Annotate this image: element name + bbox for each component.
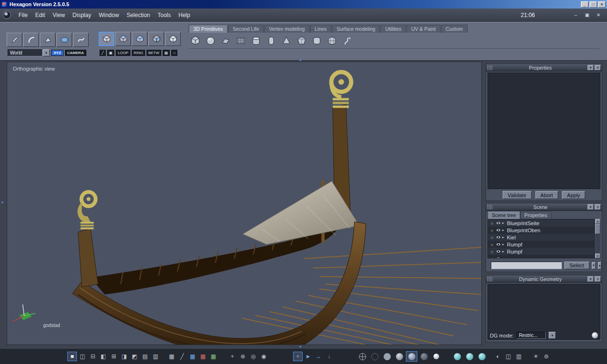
minimize-button[interactable]: _ <box>581 1 589 8</box>
arc-tool-button[interactable] <box>23 33 39 47</box>
primitive-geosphere-button[interactable] <box>325 34 339 47</box>
primitive-cylinder-button[interactable] <box>249 34 263 47</box>
ellipse-tool-button[interactable] <box>56 33 72 47</box>
primitive-grid-button[interactable] <box>234 34 248 47</box>
soft-selection-button[interactable] <box>451 351 463 362</box>
scene-collapse-button[interactable]: ▼ <box>588 204 594 210</box>
select-object-mode-button[interactable] <box>99 32 114 46</box>
splitter-top-handle[interactable]: ▼ <box>299 59 302 62</box>
lamp-icon[interactable]: ☼ <box>490 235 495 240</box>
scene-tree-list[interactable]: ☼ ▸ BlueprintSeite ☼ ▸ BlueprintOben ☼ ▸… <box>487 219 595 258</box>
dg-close-button[interactable]: ✕ <box>595 276 601 282</box>
properties-collapse-button[interactable]: ▼ <box>588 65 594 71</box>
panel-grip-icon[interactable] <box>487 65 493 70</box>
panel-grip-icon[interactable] <box>487 277 493 282</box>
properties-panel-header[interactable]: Properties ▼ ✕ <box>486 64 602 72</box>
layout-columns-icon[interactable]: ▥ <box>151 352 160 361</box>
world-selector[interactable]: World ▼ <box>8 49 50 56</box>
scene-tree-row[interactable]: ☼ ▸ Kiel <box>488 234 594 241</box>
tab-vertex-modeling[interactable]: Vertex modeling <box>264 25 309 33</box>
menu-edit[interactable]: Edit <box>31 9 49 22</box>
splitter-bottom-handle[interactable]: ▼ <box>299 345 302 348</box>
scene-tree-row[interactable]: ☼ ▸ Rumpf <box>488 248 594 255</box>
splitter-left-handle[interactable]: ► <box>1 200 4 204</box>
light-icon[interactable]: ☀ <box>531 352 541 361</box>
grid-green-icon[interactable]: ▦ <box>209 352 218 361</box>
camera-toggle-button[interactable]: CAMERA <box>65 50 86 56</box>
tab-3d-primitives[interactable]: 3D Primitives <box>189 25 228 33</box>
select-arrow-icon[interactable]: ► <box>304 352 313 361</box>
facet-tool-button[interactable] <box>40 33 55 47</box>
dynamic-geometry-header[interactable]: Dynamic Geometry ▼ ✕ <box>486 275 602 283</box>
menu-tools[interactable]: Tools <box>154 9 175 22</box>
round-select-button[interactable]: ○ <box>171 50 177 56</box>
apply-button[interactable]: Apply <box>562 191 586 199</box>
lamp-icon[interactable]: ☼ <box>490 256 495 259</box>
menu-file[interactable]: File <box>15 9 31 22</box>
scene-tree-row[interactable]: ☼ ▸ Rumpf <box>488 241 594 248</box>
camera-icon[interactable]: ⊚ <box>542 352 551 361</box>
expander-icon[interactable]: ▸ <box>502 235 506 239</box>
expander-icon[interactable]: ▸ <box>502 242 506 246</box>
expander-icon[interactable]: ▸ <box>502 249 506 254</box>
scene-sort-button[interactable]: ▲ <box>598 262 602 269</box>
grid-blue-icon[interactable]: ▦ <box>188 352 197 361</box>
select-point-mode-button[interactable] <box>115 32 131 46</box>
scene-tree-row[interactable]: ☼ ▸ BlueprintSeite <box>488 219 594 227</box>
eye-icon[interactable] <box>496 243 501 246</box>
lamp-icon[interactable]: ☼ <box>490 221 495 226</box>
display-flat-button[interactable] <box>381 351 393 362</box>
menu-selection[interactable]: Selection <box>123 9 154 22</box>
scroll-down-button[interactable]: ▼ <box>595 254 600 258</box>
primitive-plane-button[interactable] <box>219 34 232 47</box>
display-wireframe-button[interactable] <box>357 351 368 362</box>
layout-split-vertical-icon[interactable]: ◫ <box>78 352 87 361</box>
expander-icon[interactable]: ▸ <box>502 228 506 232</box>
loop-select-button[interactable]: LOOP <box>116 50 130 56</box>
layout-three-right-icon[interactable]: ◨ <box>120 352 129 361</box>
tab-scene-properties[interactable]: Properties <box>520 211 552 219</box>
primitive-capsule-button[interactable] <box>265 34 278 47</box>
ring-select-button[interactable]: RING <box>132 50 145 56</box>
pen-tool-button[interactable] <box>7 33 22 47</box>
expander-icon[interactable]: ▸ <box>502 221 506 225</box>
tab-custom[interactable]: Custom <box>441 25 468 33</box>
doc-restore-button[interactable]: ▣ <box>583 12 591 18</box>
doc-minimize-button[interactable]: – <box>572 12 579 18</box>
layout-three-left-icon[interactable]: ◧ <box>99 352 108 361</box>
panes-icon[interactable]: ◫ <box>504 352 513 361</box>
layout-quad-icon[interactable]: ⊞ <box>109 352 119 361</box>
tab-utilities[interactable]: Utilities <box>380 25 406 33</box>
lamp-icon[interactable]: ☼ <box>490 242 495 247</box>
menu-view[interactable]: View <box>49 9 69 22</box>
dg-collapse-button[interactable]: ▼ <box>588 276 594 282</box>
grid-red-icon[interactable]: ▦ <box>198 352 208 361</box>
select-face-mode-button[interactable] <box>148 32 164 46</box>
scene-tree-row-partial[interactable]: ☼ <box>488 255 594 258</box>
paint-select-button[interactable]: ▣ <box>107 50 115 56</box>
tab-surface-modeling[interactable]: Surface modeling <box>332 25 380 33</box>
scroll-up-button[interactable]: ▲ <box>595 219 600 224</box>
layout-single-icon[interactable]: ■ <box>67 352 77 361</box>
display-smooth-button[interactable] <box>394 351 405 362</box>
paint-radius-button[interactable] <box>476 351 487 362</box>
scene-panel-header[interactable]: Scene ▼ ✕ <box>486 203 602 211</box>
menu-display[interactable]: Display <box>69 9 95 22</box>
tab-scene-tree[interactable]: Scene tree <box>487 211 520 219</box>
scene-filter-dropdown-button[interactable]: ▼ <box>592 262 596 269</box>
properties-close-button[interactable]: ✕ <box>595 65 601 71</box>
columns-icon[interactable]: ▥ <box>514 352 524 361</box>
panel-grip-icon[interactable] <box>487 205 493 209</box>
orbit-icon[interactable]: ⊕ <box>238 352 248 361</box>
primitive-polyhedron-button[interactable] <box>295 34 308 47</box>
world-dropdown-button[interactable]: ▼ <box>43 49 50 56</box>
eye-icon[interactable] <box>496 228 501 232</box>
scroll-thumb[interactable] <box>595 224 600 234</box>
doc-close-button[interactable]: ✕ <box>595 12 602 18</box>
scene-close-button[interactable]: ✕ <box>595 204 601 210</box>
look-icon[interactable]: ◉ <box>259 352 268 361</box>
eye-icon[interactable] <box>496 250 501 253</box>
display-shadow-button[interactable] <box>418 351 430 362</box>
primitive-cube-button[interactable] <box>189 34 202 47</box>
viking-ship-model[interactable] <box>7 62 481 345</box>
